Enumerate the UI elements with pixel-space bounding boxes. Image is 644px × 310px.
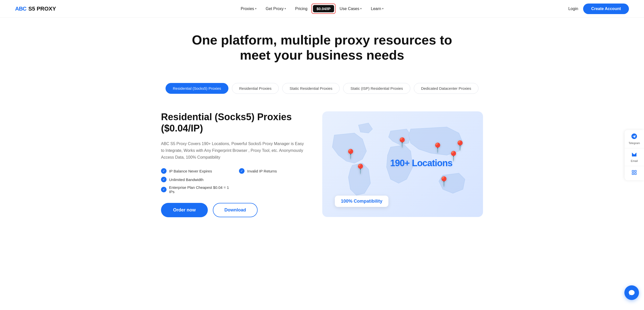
tab-static-residential[interactable]: Static Residential Proxies [282,83,340,94]
map-pin-americas: 📍 [345,149,356,159]
nav-get-proxy[interactable]: Get Proxy ▾ [262,5,290,13]
chevron-down-icon: ▾ [360,7,362,10]
nav-proxies[interactable]: Proxies ▾ [237,5,260,13]
nav-learn[interactable]: Learn ▾ [367,5,387,13]
logo[interactable]: ABC S5 PROXY [15,6,56,12]
nav-right: Login Create Account [568,4,629,14]
svg-rect-2 [632,173,634,174]
tab-static-isp[interactable]: Static (ISP) Residential Proxies [343,83,410,94]
check-icon: ✓ [161,187,167,192]
email-widget[interactable]: Email [625,148,644,166]
compatibility-badge: 100% Compatibility [335,196,388,207]
feature-unlimited-bandwidth: ✓ Unlimited Bandwidth [161,177,229,182]
cta-buttons: Order now Download [161,203,307,217]
product-tabs: Residential (Socks5) Proxies Residential… [0,80,644,101]
svg-rect-1 [635,170,636,172]
map-pin-asia: 📍 [432,143,444,153]
map-pin-south-america: 📍 [354,164,366,174]
feature-enterprise-plan: ✓ Enterprise Plan Cheapest $0.04 = 1 IPs [161,185,229,194]
product-info: Residential (Socks5) Proxies ($0.04/IP) … [161,111,307,217]
chevron-down-icon: ▾ [382,7,384,10]
locations-badge: 190+ Locations [390,158,452,168]
chevron-down-icon: ▾ [255,7,257,10]
email-icon [631,152,637,158]
apps-icon [631,170,637,177]
check-icon: ✓ [161,168,167,174]
hero-title: One platform, multiple proxy resources t… [184,33,460,63]
tab-socks5[interactable]: Residential (Socks5) Proxies [166,83,228,94]
main-section: Residential (Socks5) Proxies ($0.04/IP) … [146,101,498,233]
nav-pricing[interactable]: Pricing [292,5,311,13]
svg-rect-0 [632,170,634,172]
download-button[interactable]: Download [213,203,258,217]
logo-abc: ABC [15,6,26,12]
tab-residential[interactable]: Residential Proxies [232,83,279,94]
features-grid: ✓ IP Balance Never Expires ✓ Invalid IP … [161,168,307,194]
tab-datacenter[interactable]: Dedicated Datacenter Proxies [414,83,478,94]
check-icon: ✓ [161,177,167,182]
nav-links: Proxies ▾ Get Proxy ▾ Pricing $0.04/IP U… [237,5,387,13]
hero-section: One platform, multiple proxy resources t… [0,18,644,80]
product-title: Residential (Socks5) Proxies ($0.04/IP) [161,111,307,134]
price-badge[interactable]: $0.04/IP [313,5,334,12]
check-icon: ✓ [239,168,245,174]
map-pin-europe: 📍 [396,138,408,147]
telegram-widget[interactable]: Telegram [625,130,644,148]
feature-invalid-ip: ✓ Invalid IP Returns [239,168,307,174]
chevron-down-icon: ▾ [285,7,286,10]
apps-widget[interactable] [625,166,644,180]
map-pin-australia: 📍 [438,177,450,186]
product-description: ABC S5 Proxy Covers 190+ Locations, Powe… [161,140,307,161]
map-pin-far-east: 📍 [454,141,466,150]
side-widgets: Telegram Email [625,130,644,180]
svg-rect-3 [635,173,636,174]
logo-s5proxy: S5 PROXY [28,6,56,12]
navbar: ABC S5 PROXY Proxies ▾ Get Proxy ▾ Prici… [0,0,644,18]
login-link[interactable]: Login [568,7,578,11]
feature-ip-balance: ✓ IP Balance Never Expires [161,168,229,174]
nav-use-cases[interactable]: Use Cases ▾ [336,5,365,13]
create-account-button[interactable]: Create Account [583,4,629,14]
telegram-icon [631,134,637,141]
order-now-button[interactable]: Order now [161,203,208,217]
map-area: 📍 📍 📍 📍 📍 📍 📍 190+ Locations 100% Compat… [322,111,483,217]
